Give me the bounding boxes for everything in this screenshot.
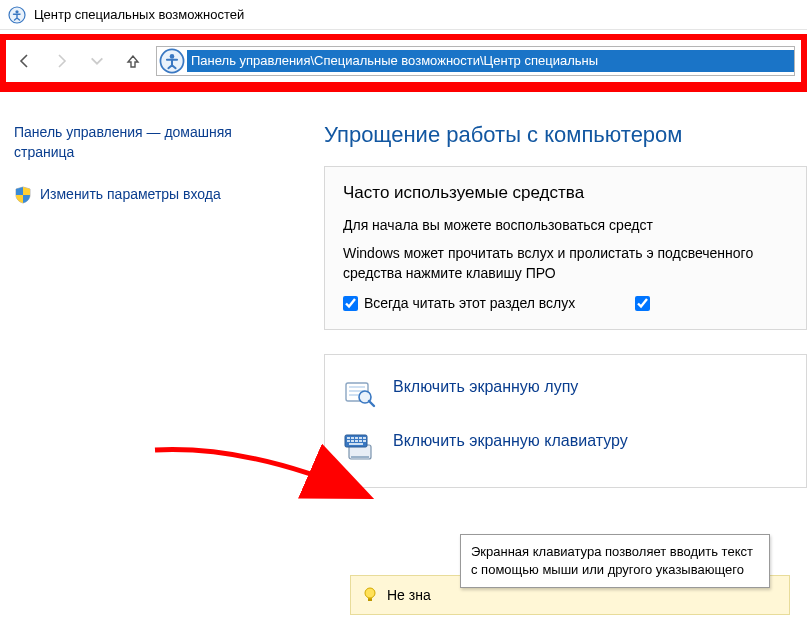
- back-button[interactable]: [12, 47, 38, 75]
- forward-button[interactable]: [48, 47, 74, 75]
- checkbox-always-read-input[interactable]: [343, 296, 358, 311]
- tool-magnifier-label: Включить экранную лупу: [393, 377, 578, 397]
- sidebar-link-signin-label: Изменить параметры входа: [40, 184, 221, 204]
- svg-rect-14: [351, 437, 354, 439]
- magnifier-icon: [343, 377, 377, 411]
- main-content: Упрощение работы с компьютером Часто исп…: [324, 122, 807, 488]
- address-bar-path[interactable]: Панель управления\Специальные возможност…: [187, 50, 794, 72]
- svg-rect-15: [355, 437, 358, 439]
- panel-text-2: Windows может прочитать вслух и пролиста…: [343, 243, 788, 283]
- svg-rect-23: [349, 443, 363, 445]
- address-bar-icon: [159, 48, 185, 74]
- window-title: Центр специальных возможностей: [34, 7, 244, 22]
- tool-onscreen-keyboard-label: Включить экранную клавиатуру: [393, 431, 628, 451]
- app-icon: [8, 6, 26, 24]
- svg-point-3: [170, 54, 175, 59]
- svg-rect-21: [359, 440, 362, 442]
- panel-heading: Часто используемые средства: [343, 183, 788, 203]
- checkbox-2-input[interactable]: [635, 296, 650, 311]
- svg-rect-13: [347, 437, 350, 439]
- tool-list: Включить экранную лупу Включить экранную…: [324, 354, 807, 488]
- keyboard-icon: [343, 431, 377, 465]
- svg-rect-18: [347, 440, 350, 442]
- checkbox-2[interactable]: [635, 295, 656, 311]
- svg-rect-7: [349, 394, 359, 396]
- address-bar[interactable]: Панель управления\Специальные возможност…: [156, 46, 795, 76]
- tool-onscreen-keyboard[interactable]: Включить экранную клавиатуру: [343, 421, 788, 475]
- svg-rect-20: [355, 440, 358, 442]
- checkbox-always-read[interactable]: Всегда читать этот раздел вслух: [343, 295, 575, 311]
- tool-magnifier[interactable]: Включить экранную лупу: [343, 367, 788, 421]
- sidebar-link-signin[interactable]: Изменить параметры входа: [14, 184, 294, 204]
- common-tools-panel: Часто используемые средства Для начала в…: [324, 166, 807, 330]
- sidebar: Панель управления — домашняя страница Из…: [14, 122, 324, 488]
- svg-rect-5: [349, 386, 365, 388]
- title-bar: Центр специальных возможностей: [0, 0, 807, 30]
- recent-dropdown[interactable]: [84, 47, 110, 75]
- info-banner-text: Не зна: [387, 587, 431, 603]
- tooltip-osk: Экранная клавиатура позволяет вводить те…: [460, 534, 770, 588]
- svg-rect-17: [363, 437, 366, 439]
- shield-icon: [14, 186, 32, 204]
- svg-line-9: [369, 401, 374, 406]
- lightbulb-icon: [361, 586, 379, 604]
- svg-point-24: [365, 588, 375, 598]
- up-button[interactable]: [120, 47, 146, 75]
- panel-text-1: Для начала вы можете воспользоваться сре…: [343, 215, 788, 235]
- svg-rect-22: [363, 440, 366, 442]
- address-bar-highlight: Панель управления\Специальные возможност…: [0, 34, 807, 92]
- checkbox-always-read-label: Всегда читать этот раздел вслух: [364, 295, 575, 311]
- svg-rect-16: [359, 437, 362, 439]
- svg-rect-25: [368, 598, 372, 601]
- svg-rect-19: [351, 440, 354, 442]
- page-title: Упрощение работы с компьютером: [324, 122, 807, 148]
- svg-rect-11: [351, 456, 369, 458]
- svg-point-1: [15, 10, 18, 13]
- sidebar-link-home[interactable]: Панель управления — домашняя страница: [14, 122, 294, 162]
